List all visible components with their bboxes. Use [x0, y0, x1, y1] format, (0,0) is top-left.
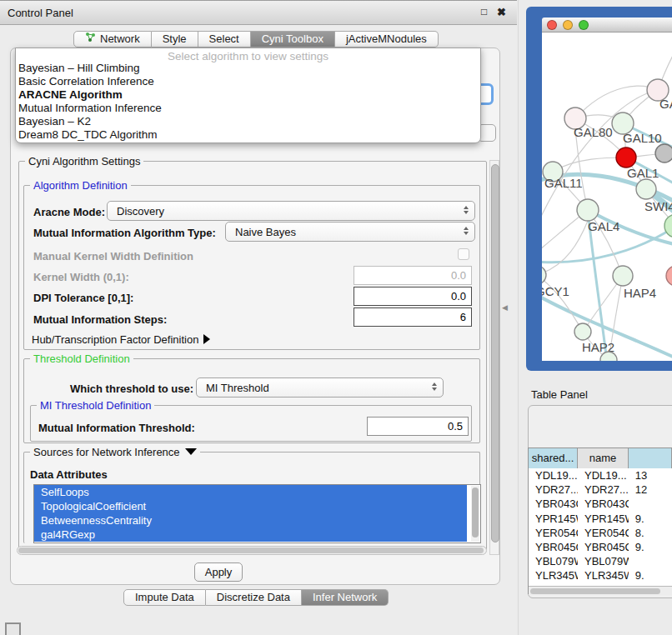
dpi-tolerance-label: DPI Tolerance [0,1]: [33, 292, 133, 304]
column-header-shared[interactable]: shared... [529, 448, 578, 468]
close-panel-icon[interactable]: ✖ [497, 6, 506, 18]
algorithm-option-bayesian-hill-climbing[interactable]: Bayesian – Hill Climbing [18, 62, 478, 75]
node-label-gal1: GAL1 [627, 166, 659, 180]
table-row[interactable]: YLR345WYLR345W9. [529, 568, 672, 582]
algorithm-option-aracne-algorithm[interactable]: ARACNE Algorithm [18, 88, 478, 102]
manual-kernel-width-checkbox[interactable] [458, 248, 469, 260]
network-graph[interactable]: GALGAL80GAL10GAL1SWI4GAL11GAL4GCY1HAP4YH… [542, 32, 672, 361]
table-cell [629, 554, 672, 568]
tab-cyni-toolbox[interactable]: Cyni Toolbox [251, 31, 335, 48]
combo-arrows-icon [464, 227, 469, 235]
table-row[interactable]: YDL19...YDL19...13 [529, 468, 672, 482]
network-node[interactable] [664, 214, 672, 238]
sources-title: Sources for Network Inference [33, 446, 180, 458]
dpi-tolerance-input[interactable]: 0.0 [354, 287, 472, 306]
which-threshold-value: MI Threshold [206, 382, 269, 394]
which-threshold-select[interactable]: MI Threshold [196, 378, 444, 398]
attribute-item-betweennesscentrality[interactable]: BetweennessCentrality [34, 513, 467, 528]
network-node-gal1[interactable] [616, 148, 636, 168]
network-edge[interactable] [553, 158, 626, 172]
table-row[interactable]: YBR043CYBR043C [529, 497, 672, 511]
algorithm-option-bayesian-k2[interactable]: Bayesian – K2 [18, 115, 478, 128]
node-label-gal: GAL [659, 97, 672, 111]
table-cell: 12 [629, 482, 672, 497]
panel-splitter[interactable] [518, 0, 519, 635]
manual-kernel-width-label: Manual Kernel Width Definition [33, 250, 193, 262]
attribute-item-topologicalcoefficient[interactable]: TopologicalCoefficient [34, 499, 467, 513]
table-row[interactable]: YDR27...YDR27...12 [529, 482, 672, 497]
network-view-canvas[interactable]: GALGAL80GAL10GAL1SWI4GAL11GAL4GCY1HAP4YH… [542, 32, 672, 361]
table-cell [629, 497, 672, 511]
network-node-y[interactable] [666, 266, 672, 286]
right-panel: GALGAL80GAL10GAL1SWI4GAL11GAL4GCY1HAP4YH… [517, 0, 672, 635]
splitter-collapse-icon[interactable]: ◀ [502, 303, 508, 312]
combo-arrows-icon [432, 382, 437, 391]
attributes-vertical-scrollbar-thumb[interactable] [472, 488, 479, 538]
table-row[interactable]: YER054CYER054C8. [529, 526, 672, 540]
cyni-algorithm-settings-title: Cyni Algorithm Settings [25, 156, 143, 167]
tab-select[interactable]: Select [198, 31, 251, 48]
sources-expander[interactable]: Sources for Network Inference [30, 447, 200, 458]
minimized-panel-icon[interactable] [5, 622, 21, 635]
data-attributes-items: SelfLoopsTopologicalCoefficientBetweenne… [34, 485, 480, 542]
network-node-hap2[interactable] [574, 323, 591, 340]
node-label-gal80: GAL80 [574, 125, 613, 139]
settings-horizontal-scrollbar-thumb[interactable] [18, 548, 484, 553]
attributes-vertical-scrollbar[interactable] [471, 486, 479, 542]
network-node-swi4[interactable] [636, 179, 656, 199]
tab-style[interactable]: Style [152, 31, 198, 48]
bottom-tab-label: Impute Data [135, 589, 194, 606]
table-cell: YLR345W [578, 568, 629, 582]
bottom-tab-discretize-data[interactable]: Discretize Data [206, 589, 302, 606]
table-horizontal-scrollbar-thumb[interactable] [530, 588, 660, 594]
hub-factor-expander[interactable]: Hub/Transcription Factor Definition [32, 333, 210, 346]
aracne-mode-value: Discovery [117, 205, 164, 218]
network-edge[interactable] [542, 90, 658, 232]
threshold-definition-title: Threshold Definition [30, 353, 133, 364]
network-node[interactable] [655, 144, 672, 162]
bottom-tab-label: Infer Network [313, 589, 377, 606]
float-window-icon[interactable]: □ [481, 6, 487, 18]
node-table[interactable]: shared...name YDL19...YDL19...13YDR27...… [528, 448, 672, 594]
settings-vertical-scrollbar[interactable] [489, 160, 499, 555]
bottom-tab-infer-network[interactable]: Infer Network [302, 589, 389, 606]
column-header-2[interactable] [629, 448, 672, 468]
settings-vertical-scrollbar-thumb[interactable] [491, 164, 499, 542]
network-edge[interactable] [575, 86, 658, 118]
network-window-titlebar[interactable] [542, 18, 672, 32]
attribute-item-selfloops[interactable]: SelfLoops [34, 485, 467, 499]
mi-algorithm-type-select[interactable]: Naive Bayes [225, 222, 475, 242]
aracne-mode-select[interactable]: Discovery [107, 201, 475, 221]
traffic-zoom-icon[interactable] [579, 20, 589, 30]
bottom-tab-impute-data[interactable]: Impute Data [123, 589, 206, 606]
table-cell: 9. [629, 512, 672, 526]
table-cell: YPR145W [529, 512, 578, 526]
table-cell: YBR043C [529, 497, 578, 511]
table-cell: YDR27... [578, 482, 629, 497]
network-node-hap4[interactable] [613, 266, 633, 286]
kernel-width-input[interactable]: 0.0 [354, 266, 472, 285]
algorithm-option-basic-correlation-inference[interactable]: Basic Correlation Inference [18, 75, 478, 88]
network-edge[interactable] [575, 129, 588, 210]
data-attributes-list[interactable]: SelfLoopsTopologicalCoefficientBetweenne… [33, 484, 481, 543]
network-node-gal4[interactable] [577, 199, 599, 221]
algorithm-option-mutual-information-inference[interactable]: Mutual Information Inference [18, 102, 478, 115]
traffic-minimize-icon[interactable] [563, 20, 573, 30]
control-panel-tabs: NetworkStyleSelectCyni ToolboxjActiveMNo… [73, 31, 439, 48]
node-label-hap4: HAP4 [624, 286, 656, 300]
attribute-item-gal4rgexp[interactable]: gal4RGexp [34, 528, 467, 542]
mi-steps-input[interactable]: 6 [354, 308, 472, 327]
tab-network[interactable]: Network [73, 31, 152, 48]
column-header-name[interactable]: name [578, 448, 629, 468]
settings-horizontal-scrollbar[interactable] [17, 546, 487, 555]
table-horizontal-scrollbar[interactable] [529, 586, 672, 595]
algorithm-option-dream8-dc-tdc-algorithm[interactable]: Dream8 DC_TDC Algorithm [18, 128, 478, 142]
table-row[interactable]: YPR145WYPR145W9. [529, 512, 672, 526]
mi-threshold-input[interactable]: 0.5 [367, 417, 469, 436]
tab-jactivemnodules[interactable]: jActiveMNodules [335, 31, 439, 48]
table-row[interactable]: YBL079WYBL079W [529, 554, 672, 568]
table-row[interactable]: YBR045CYBR045C9. [529, 540, 672, 554]
traffic-close-icon[interactable] [547, 20, 557, 30]
algorithm-definition-title: Algorithm Definition [30, 180, 131, 191]
apply-button[interactable]: Apply [194, 562, 243, 582]
